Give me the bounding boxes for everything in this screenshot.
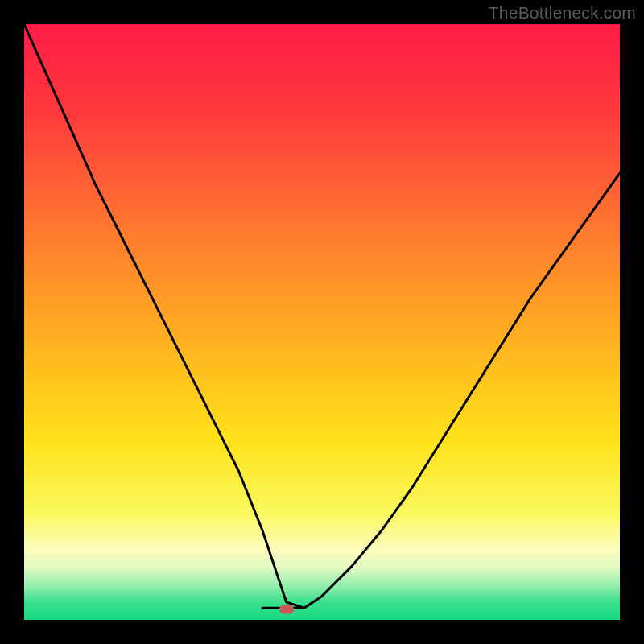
optimal-marker [279, 605, 294, 613]
bottleneck-curve [24, 24, 620, 620]
watermark-text: TheBottleneck.com [489, 3, 636, 23]
chart-frame: TheBottleneck.com [0, 0, 644, 644]
plot-area [24, 24, 620, 620]
